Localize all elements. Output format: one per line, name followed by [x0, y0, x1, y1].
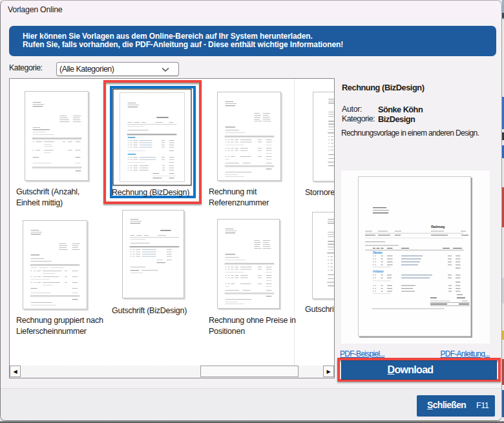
- svg-text:Holzazur: Holzazur: [373, 270, 384, 273]
- svg-text:Blenden: Blenden: [373, 251, 383, 254]
- svg-text:Rechnung: Rechnung: [431, 225, 445, 229]
